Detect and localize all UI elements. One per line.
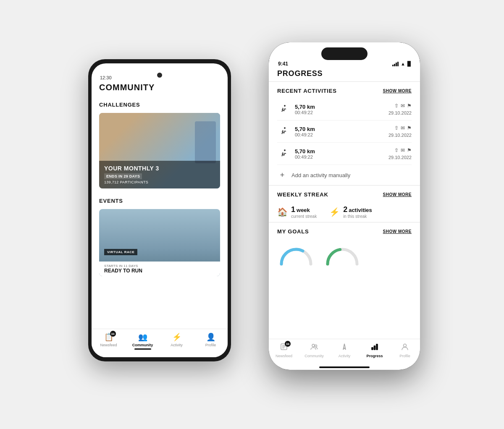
my-goals-title: My Goals xyxy=(277,228,309,235)
ios-nav-progress[interactable]: Progress xyxy=(360,343,390,358)
activity-info-2: 5,70 km 00:49:22 xyxy=(295,126,388,137)
scene: 12:30 Community Challenges YOUR MONTHLY … xyxy=(63,34,441,395)
signal-bar-3 xyxy=(396,63,397,66)
activity-time-1: 00:49:22 xyxy=(295,110,388,115)
ios-nav-community[interactable]: Community xyxy=(299,343,329,358)
add-icon: + xyxy=(277,170,287,180)
weekly-streak-header: Weekly Streak Show More xyxy=(277,191,412,198)
lightning-icon: ⚡ xyxy=(329,207,340,217)
svg-marker-6 xyxy=(343,344,346,350)
svg-rect-7 xyxy=(372,348,373,350)
goal-1 xyxy=(277,243,315,266)
challenge-subtitle: ENDS IN 29 DAYS xyxy=(104,173,142,179)
message-icon-3[interactable]: ✉ xyxy=(401,147,405,153)
android-bottom-nav: 📋 34 Newsfeed 👥 Community ⚡ Activity 👤 xyxy=(92,329,228,357)
ios-screen: 9:41 ▲ ▉ Progress Recent Ac xyxy=(269,42,420,370)
activity-actions-1: ⇧ ✉ ⚑ xyxy=(394,103,412,109)
event-card[interactable]: VIRTUAL RACE STARTS IN 11 DAYS READY TO … xyxy=(99,209,220,276)
ios-nav-newsfeed[interactable]: 34 Newsfeed xyxy=(269,343,299,358)
signal-bar-2 xyxy=(394,64,395,66)
divider-1 xyxy=(269,81,420,82)
ios-nav-newsfeed-label: Newsfeed xyxy=(276,354,292,358)
ios-nav-progress-label: Progress xyxy=(366,354,383,358)
weekly-streak-show-more[interactable]: Show More xyxy=(383,192,412,197)
ios-community-icon xyxy=(310,343,318,353)
svg-rect-8 xyxy=(374,346,375,350)
activities-unit: activities xyxy=(349,207,372,213)
ios-bottom-nav: 34 Newsfeed Community xyxy=(269,339,420,366)
battery-icon: ▉ xyxy=(407,61,411,67)
android-nav-activity-label: Activity xyxy=(171,343,183,347)
activity-time-3: 00:49:22 xyxy=(295,154,388,160)
challenges-title: Challenges xyxy=(99,102,220,108)
android-screen: 12:30 Community Challenges YOUR MONTHLY … xyxy=(92,63,228,357)
run-icon-1 xyxy=(277,102,291,116)
wifi-icon: ▲ xyxy=(401,61,405,66)
ios-activity-icon xyxy=(340,343,349,353)
activity-list: 5,70 km 00:49:22 ⇧ ✉ ⚑ 29.10.2022 xyxy=(277,98,412,165)
signal-bar-1 xyxy=(392,65,394,66)
share-icon-3[interactable]: ⇧ xyxy=(394,147,399,153)
newsfeed-badge-count: 34 xyxy=(110,331,116,337)
android-nav-community[interactable]: 👥 Community xyxy=(126,332,160,351)
person-icon-2[interactable]: ⚑ xyxy=(407,125,412,131)
ios-progress-icon xyxy=(370,343,379,353)
challenge-participants: 139,712 PARTICIPANTS xyxy=(104,180,215,184)
android-nav-activity[interactable]: ⚡ Activity xyxy=(160,332,194,351)
signal-bar-4 xyxy=(397,62,399,66)
trophy-icon: 🏠 xyxy=(277,207,288,217)
activities-sublabel: in this streak xyxy=(343,214,372,219)
ios-home-indicator xyxy=(319,366,370,368)
activity-date-2: 29.10.2022 xyxy=(388,133,412,138)
person-icon-3[interactable]: ⚑ xyxy=(407,147,412,153)
ios-nav-profile[interactable]: Profile xyxy=(390,343,420,358)
activity-meta-2: ⇧ ✉ ⚑ 29.10.2022 xyxy=(388,125,412,138)
ios-profile-icon xyxy=(401,343,409,353)
activities-value: 2 xyxy=(343,205,347,214)
ios-content: Progress Recent Activities Show More xyxy=(269,69,420,339)
activity-row-2[interactable]: 5,70 km 00:49:22 ⇧ ✉ ⚑ 29.10.2022 xyxy=(277,120,412,143)
goal-arch-svg-2 xyxy=(323,243,361,266)
my-goals-show-more[interactable]: Show More xyxy=(383,229,412,234)
ios-nav-activity[interactable]: Activity xyxy=(329,343,360,358)
recent-activities-title: Recent Activities xyxy=(277,88,337,94)
activity-row-3[interactable]: 5,70 km 00:49:22 ⇧ ✉ ⚑ 29.10.2022 xyxy=(277,143,412,165)
android-camera xyxy=(157,73,162,78)
events-title: Events xyxy=(99,198,220,204)
weekly-streak-title: Weekly Streak xyxy=(277,191,328,198)
challenge-card[interactable]: YOUR MONTHLY 3 ENDS IN 29 DAYS 139,712 P… xyxy=(99,113,220,188)
run-icon-3 xyxy=(277,147,291,160)
activity-meta-3: ⇧ ✉ ⚑ 29.10.2022 xyxy=(388,147,412,160)
svg-point-4 xyxy=(312,344,315,347)
activity-row-1[interactable]: 5,70 km 00:49:22 ⇧ ✉ ⚑ 29.10.2022 xyxy=(277,98,412,120)
svg-rect-9 xyxy=(376,344,378,350)
message-icon-2[interactable]: ✉ xyxy=(401,125,405,131)
newsfeed-badge-container: 📋 34 xyxy=(104,332,113,342)
svg-point-10 xyxy=(404,344,407,347)
person-icon-1[interactable]: ⚑ xyxy=(407,103,412,109)
ios-nav-activity-label: Activity xyxy=(339,354,351,358)
activity-info-3: 5,70 km 00:49:22 xyxy=(295,148,388,160)
add-activity-label: Add an activity manually xyxy=(291,172,350,178)
message-icon-1[interactable]: ✉ xyxy=(401,103,405,109)
share-icon-1[interactable]: ⇧ xyxy=(394,103,399,109)
share-icon-2[interactable]: ⇧ xyxy=(394,125,399,131)
event-info: STARTS IN 11 DAYS READY TO RUN xyxy=(99,262,220,276)
ios-newsfeed-badge: 34 xyxy=(285,341,291,347)
recent-activities-show-more[interactable]: Show More xyxy=(383,89,412,93)
streak-item-weeks: 🏠 1 week current streak xyxy=(277,205,317,219)
challenge-overlay: YOUR MONTHLY 3 ENDS IN 29 DAYS 139,712 P… xyxy=(99,161,220,188)
android-nav-newsfeed[interactable]: 📋 34 Newsfeed xyxy=(92,332,126,351)
android-time: 12:30 xyxy=(100,75,112,80)
recent-activities-header: Recent Activities Show More xyxy=(277,88,412,94)
community-icon: 👥 xyxy=(138,332,147,342)
activity-actions-3: ⇧ ✉ ⚑ xyxy=(394,147,412,153)
activity-meta-1: ⇧ ✉ ⚑ 29.10.2022 xyxy=(388,103,412,115)
goal-2 xyxy=(323,243,361,266)
streak-item-activities: ⚡ 2 activities in this streak xyxy=(329,205,372,219)
android-nav-profile[interactable]: 👤 Profile xyxy=(194,332,228,351)
activity-distance-3: 5,70 km xyxy=(295,148,388,154)
ios-nav-community-label: Community xyxy=(304,354,324,358)
add-activity-row[interactable]: + Add an activity manually xyxy=(277,165,412,185)
streak-activities-info: 2 activities in this streak xyxy=(343,205,372,219)
